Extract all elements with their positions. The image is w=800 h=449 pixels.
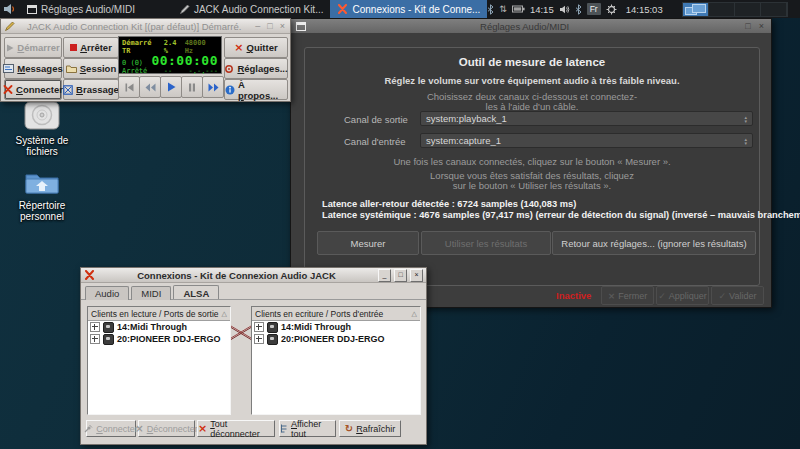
use-results-button[interactable]: Utiliser les résultats [421, 231, 551, 255]
play-icon [6, 44, 14, 52]
close-icon[interactable]: × [278, 21, 287, 31]
start-button[interactable]: Démarrer [4, 37, 62, 58]
input-channel-value: system:capture_1 [426, 135, 501, 146]
latency-heading: Outil de mesure de latence [305, 56, 759, 68]
network-arrows-icon[interactable]: ⇅ [499, 4, 507, 14]
list-item[interactable]: 20:PIONEER DDJ-ERGO [252, 333, 420, 345]
jack-icon [337, 4, 348, 14]
disconnect-all-button[interactable]: × Tout déconnecter [197, 420, 275, 437]
midi-client-icon [267, 322, 278, 333]
keyboard-layout-badge[interactable]: Fr [587, 3, 601, 15]
tab-midi[interactable]: MIDI [131, 286, 171, 300]
clock-mini: 14:15 [530, 4, 554, 15]
home-folder-icon [3, 168, 81, 196]
measure-button[interactable]: Mesurer [317, 231, 419, 255]
midi-client-icon [103, 322, 114, 333]
bluetooth-icon[interactable] [575, 4, 582, 15]
tab-audio[interactable]: Audio [85, 286, 129, 300]
writable-clients-header[interactable]: Clients en ecriture / Ports d'entrée △ [252, 307, 420, 321]
about-button[interactable]: À propos... [224, 79, 288, 100]
list-item[interactable]: 14:Midi Through [88, 321, 230, 333]
expand-plus-icon[interactable] [254, 334, 264, 344]
transport-play-button[interactable] [160, 76, 182, 98]
jack-control-titlebar[interactable]: JACK Audio Connection Kit [(par défaut)]… [1, 19, 290, 34]
messages-button[interactable]: Messages [4, 58, 62, 79]
transport-state: Arrêté [122, 67, 147, 75]
expand-plus-icon[interactable] [90, 322, 100, 332]
list-item[interactable]: 20:PIONEER DDJ-ERGO [88, 333, 230, 345]
quit-button[interactable]: × Quitter [224, 37, 288, 58]
taskbar-item-settings[interactable]: Réglages Audio/MIDI [20, 0, 142, 18]
disconnect-button[interactable]: × Déconnecter [138, 420, 195, 437]
minimize-icon[interactable]: _ [378, 269, 391, 282]
transport-forward-button[interactable] [202, 76, 224, 98]
jack-connect-icon [3, 85, 13, 94]
bar-beat-tick: -- [164, 67, 172, 75]
workspace-4[interactable] [761, 3, 787, 16]
pencil-icon [179, 4, 190, 15]
bluetooth-icon[interactable] [487, 4, 494, 15]
stop-button[interactable]: Arrêter [63, 37, 119, 58]
system-tray: ⇅ 14:15 Fr 14:15:03 Tud [487, 2, 800, 17]
list-item[interactable]: 14:Midi Through [252, 321, 420, 333]
jack-control-window: JACK Audio Connection Kit [(par défaut)]… [0, 18, 291, 102]
play-icon [167, 82, 176, 92]
workspace-3[interactable] [735, 3, 761, 16]
battery-icon[interactable] [512, 5, 525, 13]
volume-instruction: Réglez le volume sur votre équipement au… [305, 75, 759, 86]
disconnect-all-x-icon: × [198, 424, 207, 433]
maximize-icon[interactable]: □ [743, 21, 752, 31]
quit-x-icon: × [234, 43, 243, 52]
desktop-icon-label: Système de fichiers [16, 135, 69, 157]
transport-rewind-start-button[interactable] [118, 76, 140, 98]
maximize-icon[interactable]: □ [394, 269, 407, 282]
workspace-pager[interactable] [682, 2, 788, 17]
expand-all-button[interactable]: Afficher tout [279, 420, 336, 437]
workspace-1[interactable] [683, 3, 709, 16]
expand-all-icon [280, 424, 288, 433]
jack-control-title: JACK Audio Connection Kit [(par défaut)]… [18, 21, 250, 32]
connections-titlebar[interactable]: Connexions - Kit de Connexion Audio JACK… [81, 268, 426, 283]
xrun-count: 0 (0) [122, 59, 143, 67]
transport-backward-button[interactable] [139, 76, 161, 98]
ok-button[interactable]: ✓ Valider [711, 286, 764, 305]
desktop-icon-home[interactable]: Répertoire personnel [3, 168, 81, 222]
expand-plus-icon[interactable] [90, 334, 100, 344]
session-button[interactable]: Session [63, 58, 119, 79]
transport-flag: TR [122, 47, 130, 55]
sort-ascending-icon: △ [412, 310, 417, 318]
maximize-icon[interactable]: □ [265, 21, 274, 31]
connections-window-title: Connexions - Kit de Connexion Audio JACK [98, 270, 375, 281]
minimize-icon[interactable]: – [253, 21, 262, 31]
close-x-icon: × [608, 291, 616, 301]
connections-tabbar: Audio MIDI ALSA [81, 283, 426, 300]
patchbay-button[interactable]: Brassage [63, 79, 119, 100]
connect-button[interactable]: Connecter [86, 420, 136, 437]
audio-settings-icon[interactable] [3, 3, 16, 15]
taskbar-item-connections[interactable]: Connexions - Kit de Conne... [330, 0, 487, 18]
settings-titlebar[interactable]: Réglages Audio/MIDI □ × [291, 19, 771, 33]
close-icon[interactable]: × [410, 269, 423, 282]
speaker-icon[interactable] [559, 5, 570, 14]
tab-alsa[interactable]: ALSA [173, 285, 219, 299]
readable-clients-header[interactable]: Clients en lecture / Ports de sortie △ [88, 307, 230, 321]
expand-plus-icon[interactable] [254, 322, 264, 332]
close-icon[interactable]: × [757, 21, 766, 31]
taskbar-item-jack-control[interactable]: JACK Audio Connection Kit... [172, 0, 331, 18]
back-to-settings-button[interactable]: Retour aux réglages... (ignorer les résu… [552, 231, 756, 255]
connect-button[interactable]: Connecter [4, 79, 62, 100]
desktop-icon-filesystem[interactable]: Système de fichiers [3, 101, 81, 157]
output-channel-select[interactable]: system:playback_1 ▴▾ [420, 111, 753, 126]
settings-button[interactable]: Réglages... [224, 58, 288, 79]
transport-pause-button[interactable] [181, 76, 203, 98]
refresh-button[interactable]: ↻ Rafraîchir [339, 420, 401, 437]
close-button[interactable]: × Fermer [601, 286, 654, 305]
gear-icon[interactable] [606, 4, 617, 15]
input-channel-select[interactable]: system:capture_1 ▴▾ [420, 133, 753, 148]
results-instruction-line2: sur le bouton « Utiliser les résultats »… [305, 180, 759, 191]
input-channel-label: Canal d'entrée [344, 136, 406, 147]
apply-button[interactable]: ✓ Appliquer [656, 286, 709, 305]
workspace-2[interactable] [709, 3, 735, 16]
gear-icon [224, 64, 234, 74]
plug-icon [84, 424, 93, 433]
